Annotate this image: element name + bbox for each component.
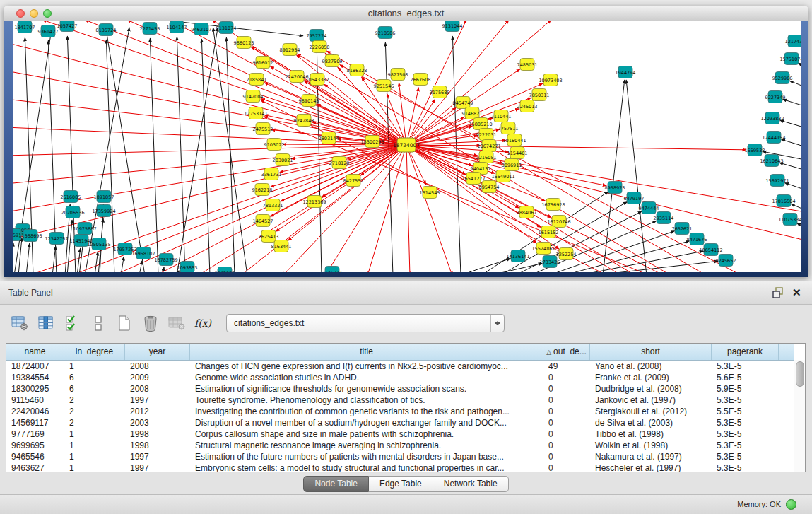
graph-node[interactable]: 2110441 [491, 110, 512, 122]
cell-name[interactable]: 19384554 [6, 372, 64, 383]
cell-outde[interactable]: 0 [543, 462, 590, 472]
graph-node[interactable]: 8454749 [453, 97, 473, 109]
graph-node[interactable]: 9146821 [462, 107, 483, 119]
graph-node[interactable]: 8186328 [347, 64, 367, 76]
cell-short[interactable]: Yano et al. (2008) [590, 361, 712, 372]
graph-node[interactable]: 9162218 [252, 184, 273, 196]
graph-node[interactable]: 2935114 [654, 212, 674, 224]
graph-node[interactable]: 1944794 [616, 66, 636, 78]
graph-node[interactable]: 9361427 [38, 25, 59, 37]
cell-name[interactable]: 18724007 [6, 361, 64, 372]
graph-node[interactable]: 9103022 [264, 139, 285, 151]
tab-node-table[interactable]: Node Table [303, 476, 369, 492]
zoom-window-button[interactable] [43, 9, 52, 18]
cell-name[interactable]: 22420046 [6, 406, 64, 417]
graph-node[interactable]: 7632621 [672, 223, 693, 235]
cell-outde[interactable]: 0 [543, 395, 590, 406]
graph-node[interactable]: 8135724 [96, 24, 117, 36]
graph-node[interactable]: 10654112 [699, 244, 722, 256]
graph-node[interactable]: 7485031 [517, 59, 538, 71]
graph-node[interactable]: 1891857 [94, 191, 114, 203]
cell-pagerank[interactable]: 5.6E-5 [712, 372, 779, 383]
graph-node[interactable]: 2185841 [247, 74, 267, 86]
cell-outde[interactable]: 0 [543, 451, 590, 462]
cell-short[interactable]: Wolkin et al. (1998) [590, 440, 712, 451]
citation-network-graph[interactable]: 1841707936142710574278135724227145511041… [13, 21, 801, 272]
graph-node[interactable]: 8096911 [502, 159, 522, 171]
graph-node[interactable]: 2226058 [310, 41, 330, 53]
cell-name[interactable]: 14569117 [6, 417, 64, 428]
graph-node[interactable]: 1217433 [785, 35, 801, 47]
graph-node[interactable]: 10975887 [73, 223, 96, 235]
cell-name[interactable]: 9699695 [6, 440, 64, 451]
cell-outde[interactable]: 0 [543, 406, 590, 417]
vertical-scrollbar[interactable] [794, 360, 805, 472]
table-row[interactable]: 969969511998Structural magnetic resonanc… [6, 440, 794, 451]
graph-node[interactable]: 15751074 [779, 53, 801, 65]
cell-indegree[interactable]: 2 [64, 406, 125, 417]
table-row[interactable]: 1830029562008Estimation of significance … [6, 383, 794, 395]
graph-node[interactable]: 20206536 [61, 206, 84, 218]
graph-node[interactable]: 12093832 [760, 112, 784, 124]
graph-node[interactable]: 9884067 [517, 206, 537, 218]
cell-title[interactable]: Changes of HCN gene expression and I(f) … [190, 361, 543, 372]
cell-short[interactable]: Stergiakouli et al. (2012) [590, 406, 712, 417]
table-row[interactable]: 977716911998Corpus callosum shape and si… [6, 428, 794, 440]
network-window-titlebar[interactable]: citations_edges.txt [4, 6, 808, 22]
new-column-icon[interactable] [114, 313, 134, 333]
minimize-window-button[interactable] [30, 9, 38, 18]
graph-node[interactable]: 8938923 [605, 182, 625, 194]
table-row[interactable]: 946362711997Embryonic stem cells: a mode… [6, 462, 794, 472]
cell-indegree[interactable]: 1 [64, 451, 125, 462]
graph-node[interactable]: 11075334 [778, 214, 801, 226]
cell-name[interactable]: 9465546 [6, 451, 64, 462]
graph-node[interactable]: 9131044 [442, 21, 463, 32]
graph-node[interactable]: 9245652 [716, 255, 736, 267]
graph-node[interactable]: 8131074 [216, 22, 237, 34]
graph-node[interactable]: 1093853 [177, 262, 198, 273]
function-builder-icon[interactable]: f(x) [193, 313, 213, 333]
cell-name[interactable]: 18300295 [6, 383, 64, 395]
column-header-name[interactable]: name [6, 344, 64, 360]
graph-node[interactable]: 9529966 [772, 72, 793, 84]
graph-node[interactable]: 17016504 [772, 195, 795, 207]
graph-node[interactable]: 1733426 [540, 256, 560, 268]
cell-year[interactable]: 1997 [125, 451, 190, 462]
cell-name[interactable]: 9777169 [6, 428, 64, 440]
cell-short[interactable]: de Silva et al. (2003) [590, 417, 712, 428]
column-header-title[interactable]: title [190, 344, 543, 360]
delete-column-icon[interactable] [141, 313, 160, 333]
tab-edge-table[interactable]: Edge Table [369, 476, 433, 492]
select-all-columns-icon[interactable] [62, 313, 82, 333]
scrollbar-thumb[interactable] [796, 361, 804, 387]
cell-pagerank[interactable]: 5.3E-5 [712, 440, 779, 451]
graph-node[interactable]: 6479197 [624, 192, 645, 204]
graph-node[interactable]: 9462107 [192, 23, 212, 35]
table-selector-dropdown[interactable]: citations_edges.txt [226, 314, 505, 332]
graph-node[interactable]: 9227349 [765, 91, 786, 103]
graph-node[interactable]: 9860123 [234, 37, 254, 49]
column-header-year[interactable]: year [125, 344, 190, 360]
graph-node[interactable]: 10160441 [502, 134, 526, 146]
graph-node[interactable]: 16210643 [760, 155, 783, 167]
network-canvas[interactable]: 1841707936142710574278135724227145511041… [13, 21, 801, 272]
cell-year[interactable]: 1997 [125, 395, 190, 406]
table-row[interactable]: 1872400712008Changes of HCN gene express… [6, 361, 794, 372]
cell-year[interactable]: 2009 [125, 372, 190, 383]
graph-node[interactable]: 9218586 [375, 27, 396, 39]
cell-indegree[interactable]: 2 [64, 395, 125, 406]
graph-node[interactable]: 8163441 [271, 240, 292, 252]
cell-title[interactable]: Embryonic stem cells: a model to study s… [190, 462, 543, 472]
cell-name[interactable]: 9115460 [6, 395, 64, 406]
graph-node[interactable]: 3175685 [430, 86, 450, 98]
graph-node[interactable]: 9251546 [374, 80, 394, 92]
cell-title[interactable]: Tourette syndrome. Phenomenology and cla… [190, 395, 543, 406]
cell-indegree[interactable]: 6 [64, 383, 125, 395]
graph-node[interactable]: 2803144 [319, 132, 339, 144]
cell-outde[interactable]: 49 [543, 361, 590, 372]
cell-indegree[interactable]: 2 [64, 417, 125, 428]
table-row[interactable]: 911546021997Tourette syndrome. Phenomeno… [6, 395, 794, 406]
graph-node[interactable]: 12753141 [244, 107, 267, 119]
graph-node[interactable]: 1559538 [745, 144, 765, 156]
cell-pagerank[interactable]: 5.3E-5 [712, 395, 779, 406]
